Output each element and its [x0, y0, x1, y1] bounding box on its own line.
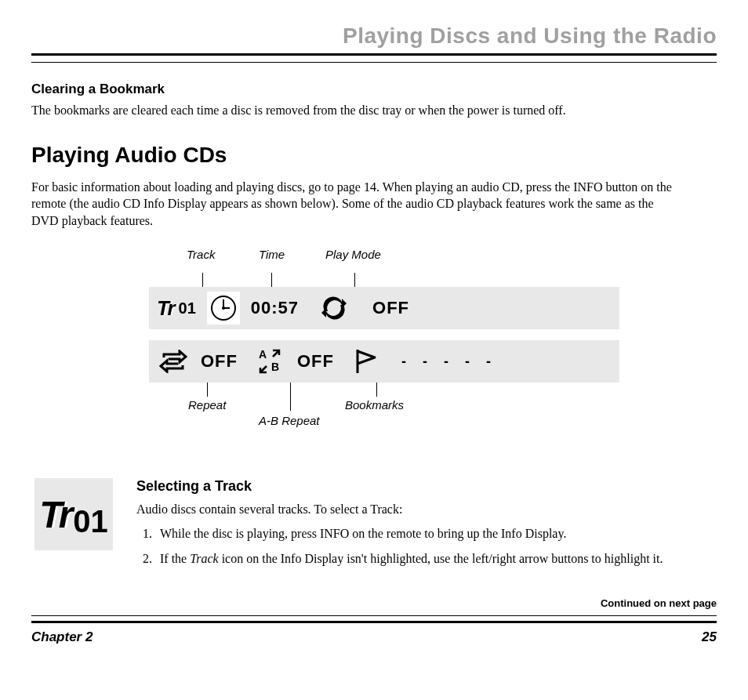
- callout-lines-top: [149, 273, 619, 287]
- bookmarks-value: - - - - -: [401, 354, 497, 370]
- callout-repeat: Repeat: [188, 398, 226, 412]
- chapter-header: Playing Discs and Using the Radio: [31, 24, 717, 49]
- svg-point-3: [222, 306, 225, 310]
- footer-page: 25: [702, 629, 717, 645]
- page-footer: Chapter 2 25: [31, 629, 717, 645]
- callout-time: Time: [259, 248, 285, 261]
- track-tr-glyph: Tr: [39, 493, 70, 536]
- playing-audio-cds-body: For basic information about loading and …: [31, 179, 674, 230]
- track-number: 01: [179, 299, 196, 317]
- rule-thick-bottom: [31, 621, 717, 623]
- track-segment: Tr 01: [157, 296, 196, 321]
- callout-bookmarks: Bookmarks: [345, 398, 404, 412]
- info-bar-row-2: OFF A B OFF - - - - -: [149, 340, 619, 383]
- selecting-track-intro: Audio discs contain several tracks. To s…: [136, 502, 717, 517]
- track-icon: Tr: [157, 296, 174, 321]
- repeat-icon: [157, 345, 190, 378]
- footer-chapter: Chapter 2: [31, 629, 93, 645]
- ab-repeat-value: OFF: [297, 351, 334, 372]
- steps-list: While the disc is playing, press INFO on…: [136, 524, 717, 567]
- time-value: 00:57: [251, 298, 299, 318]
- rule-thin: [31, 62, 717, 63]
- info-display-diagram: Track Time Play Mode Tr 01 00:57: [149, 248, 619, 431]
- callout-play-mode: Play Mode: [325, 248, 381, 261]
- clearing-bookmark-heading: Clearing a Bookmark: [31, 82, 717, 97]
- svg-text:A: A: [259, 348, 267, 361]
- continued-label: Continued on next page: [31, 597, 717, 609]
- callout-labels-bottom: Repeat A-B Repeat Bookmarks: [149, 397, 619, 431]
- play-mode-icon: [318, 292, 350, 325]
- selecting-track-section: Tr 01 Selecting a Track Audio discs cont…: [31, 478, 717, 573]
- callout-labels-top: Track Time Play Mode: [149, 248, 619, 273]
- step-1: While the disc is playing, press INFO on…: [155, 524, 717, 542]
- track-icon-large: Tr 01: [34, 478, 113, 550]
- callout-track: Track: [187, 248, 215, 261]
- svg-text:B: B: [271, 361, 279, 373]
- clock-icon: [207, 292, 240, 325]
- playing-audio-cds-heading: Playing Audio CDs: [31, 143, 717, 168]
- rule-thin-bottom: [31, 615, 717, 616]
- rule-thick: [31, 53, 717, 56]
- track-icon-number: 01: [73, 504, 108, 539]
- bookmark-flag-icon: [350, 345, 383, 378]
- selecting-track-heading: Selecting a Track: [136, 478, 717, 495]
- repeat-value: OFF: [201, 351, 238, 372]
- play-mode-value: OFF: [372, 298, 409, 318]
- ab-repeat-icon: A B: [253, 345, 286, 378]
- clearing-bookmark-body: The bookmarks are cleared each time a di…: [31, 102, 674, 119]
- step-2: If the Track icon on the Info Display is…: [155, 549, 717, 568]
- info-bar-row-1: Tr 01 00:57 OFF: [149, 287, 619, 329]
- callout-ab-repeat: A-B Repeat: [259, 414, 320, 427]
- callout-lines-bottom: [149, 383, 619, 397]
